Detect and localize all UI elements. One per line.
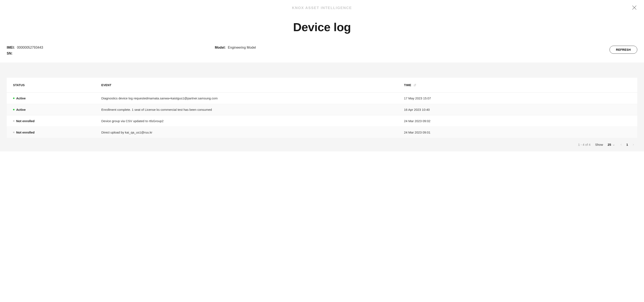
imei-field: IMEI: 00000052793443 [7,46,215,50]
status-cell: Not enrolled [13,119,89,123]
table-row: Not enrolledDevice group via CSV updated… [7,115,637,127]
close-icon[interactable] [632,5,637,11]
col-header-time-label: TIME [404,83,411,87]
col-header-event[interactable]: EVENT [95,78,398,93]
status-dot-icon [13,120,14,122]
status-text: Not enrolled [16,119,35,123]
pager-page-size-value: 25 [608,143,611,146]
status-cell: Active [13,108,89,111]
status-text: Active [16,96,26,100]
status-cell: Not enrolled [13,130,89,134]
pager-page-size[interactable]: 25 [608,143,615,146]
pager-prev-icon[interactable] [620,143,622,146]
time-cell: 16 Apr 2023 10:40 [398,104,637,115]
col-header-status[interactable]: STATUS [7,78,95,93]
pager-page-number: 1 [626,143,628,146]
event-cell: Enrollment complete. 1 seat of License k… [95,104,398,115]
table-row: ActiveDiagnostics device log requestedma… [7,93,637,104]
sn-label: SN: [7,52,12,55]
time-cell: 24 Mar 2023 09:02 [398,115,637,127]
pager-show-label: Show [595,143,603,146]
event-cell: Direct upload by kai_qa_us1@ruu.kr [95,127,398,138]
pager-range: 1 - 4 of 4 [578,143,590,146]
model-value: Engineering Model [228,46,256,49]
status-dot-icon [13,97,14,99]
table-row: Not enrolledDirect upload by kai_qa_us1@… [7,127,637,138]
col-header-time[interactable]: TIME [398,78,637,93]
brand-name: KNOX ASSET INTELLIGENCE [7,6,637,10]
status-dot-icon [13,132,14,133]
device-log-table: STATUS EVENT TIME ActiveDiagnostics devi… [7,78,637,138]
status-cell: Active [13,96,89,100]
imei-value: 00000052793443 [17,46,43,49]
time-cell: 24 Mar 2023 09:01 [398,127,637,138]
table-row: ActiveEnrollment complete. 1 seat of Lic… [7,104,637,115]
page-title: Device log [0,20,644,34]
status-dot-icon [13,109,14,110]
status-text: Not enrolled [16,130,35,134]
sn-field: SN: [7,52,215,55]
status-text: Active [16,108,26,111]
event-cell: Diagnostics device log requestedmamata.s… [95,93,398,104]
model-field: Model: Engineering Model [215,46,610,50]
time-cell: 17 May 2023 15:07 [398,93,637,104]
model-label: Model: [215,46,226,49]
event-cell: Device group via CSV updated to rtlsGrou… [95,115,398,127]
imei-label: IMEI: [7,46,15,49]
refresh-button[interactable]: REFRESH [610,46,637,54]
sort-icon[interactable] [413,83,417,87]
pager-next-icon[interactable] [632,143,635,146]
chevron-down-icon [612,143,615,146]
